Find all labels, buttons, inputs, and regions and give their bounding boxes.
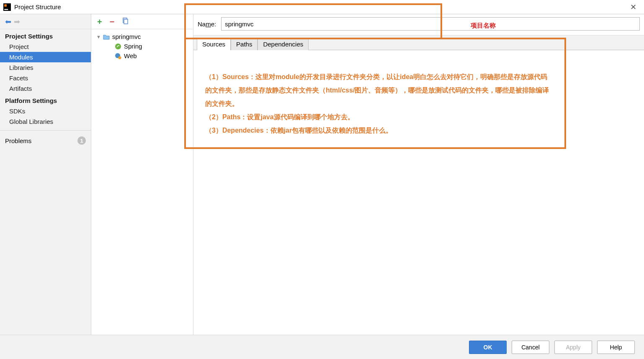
svg-point-7 — [118, 56, 121, 59]
name-row: Name: — [193, 14, 644, 31]
annotation-body: （1）Sources：这里对module的开发目录进行文件夹分类，以让idea明… — [205, 70, 553, 137]
content-panel: Name: 项目名称 Sources Paths Dependencies — [193, 14, 644, 335]
tree-node-web[interactable]: Web — [95, 51, 190, 61]
sidebar-item-artifacts[interactable]: Artifacts — [0, 83, 91, 94]
cancel-button[interactable]: Cancel — [512, 341, 549, 354]
sidebar-item-global-libraries[interactable]: Global Libraries — [0, 116, 91, 127]
tab-dependencies[interactable]: Dependencies — [258, 38, 309, 50]
svg-rect-1 — [4, 4, 7, 7]
name-label: Name: — [198, 21, 216, 28]
apply-button[interactable]: Apply — [554, 341, 592, 354]
problems-label: Problems — [5, 137, 31, 144]
module-tree-panel: + − ▼ springmvc Spring Web — [91, 14, 193, 335]
tree-node-label: Web — [124, 52, 137, 59]
problems-badge: 1 — [77, 136, 86, 145]
ok-button[interactable]: OK — [469, 341, 507, 354]
copy-module-icon[interactable] — [122, 18, 129, 26]
sidebar-item-problems[interactable]: Problems 1 — [0, 134, 91, 147]
annotation-name-hint: 项目名称 — [471, 22, 496, 30]
sidebar-item-libraries[interactable]: Libraries — [0, 62, 91, 73]
divider — [0, 130, 91, 131]
tree-node-label: Spring — [124, 43, 142, 50]
tree-node-label: springmvc — [112, 33, 141, 40]
name-input[interactable] — [221, 17, 640, 31]
titlebar: Project Structure ✕ — [0, 0, 644, 14]
sidebar-item-facets[interactable]: Facets — [0, 73, 91, 83]
chevron-down-icon[interactable]: ▼ — [96, 34, 100, 39]
nav-arrows: ⬅ ➡ — [0, 14, 91, 29]
tree-node-root[interactable]: ▼ springmvc — [95, 32, 190, 41]
module-toolbar: + − — [91, 14, 193, 29]
app-icon — [3, 3, 11, 11]
web-icon — [115, 53, 121, 59]
annotation-line2: （2）Paths：设置java源代码编译到哪个地方去。 — [205, 110, 553, 124]
back-icon[interactable]: ⬅ — [5, 17, 11, 26]
tree-node-spring[interactable]: Spring — [95, 41, 190, 51]
platform-settings-heading: Platform Settings — [0, 94, 91, 106]
tab-sources[interactable]: Sources — [197, 38, 231, 50]
sidebar-item-project[interactable]: Project — [0, 41, 91, 52]
remove-module-icon[interactable]: − — [110, 18, 115, 26]
tab-paths[interactable]: Paths — [231, 38, 258, 50]
help-button[interactable]: Help — [597, 341, 635, 354]
tabs-row: Sources Paths Dependencies — [193, 35, 644, 50]
add-module-icon[interactable]: + — [97, 18, 102, 26]
project-settings-heading: Project Settings — [0, 29, 91, 41]
svg-point-5 — [115, 44, 121, 49]
sidebar: ⬅ ➡ Project Settings Project Modules Lib… — [0, 14, 91, 335]
svg-rect-4 — [124, 19, 128, 24]
annotation-line3: （3）Dependecies：依赖jar包有哪些以及依赖的范围是什么。 — [205, 124, 553, 137]
annotation-line1: （1）Sources：这里对module的开发目录进行文件夹分类，以让idea明… — [205, 70, 553, 110]
sidebar-item-modules[interactable]: Modules — [0, 52, 91, 62]
svg-rect-2 — [4, 9, 8, 10]
sidebar-item-sdks[interactable]: SDKs — [0, 106, 91, 116]
footer: OK Cancel Apply Help — [0, 335, 644, 359]
spring-icon — [115, 43, 121, 50]
forward-icon[interactable]: ➡ — [14, 17, 20, 26]
close-icon[interactable]: ✕ — [626, 3, 641, 12]
folder-icon — [103, 33, 110, 40]
module-tree: ▼ springmvc Spring Web — [91, 29, 193, 63]
window-title: Project Structure — [14, 3, 626, 10]
